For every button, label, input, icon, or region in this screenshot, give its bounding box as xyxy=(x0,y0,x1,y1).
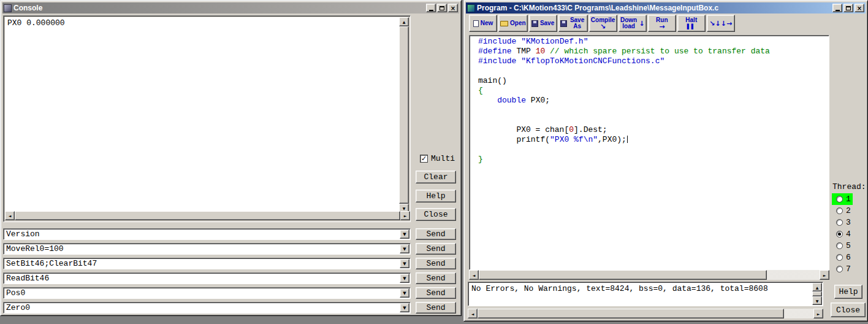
download-button[interactable]: Down load ↓ xyxy=(619,15,647,32)
code-line xyxy=(478,106,829,115)
command-combo[interactable]: MoveRel0=100 ▼ xyxy=(3,243,411,255)
step-arrows-icon: ↘↓↓→ xyxy=(709,20,732,27)
send-button[interactable]: Send xyxy=(416,302,456,314)
send-button[interactable]: Send xyxy=(416,243,456,255)
run-button[interactable]: Run → xyxy=(648,15,676,32)
dropdown-button[interactable]: ▼ xyxy=(400,303,409,312)
program-titlebar[interactable]: Program - C:\KMotion433\C Programs\Leads… xyxy=(466,2,866,14)
program-minimize-button[interactable] xyxy=(832,4,842,12)
scroll-up-icon[interactable]: ▲ xyxy=(812,283,822,291)
save-as-button[interactable]: Save As xyxy=(558,15,588,32)
code-line: double PX0; xyxy=(478,96,829,106)
thread-option-row[interactable]: 1 xyxy=(832,193,853,205)
save-floppy-icon xyxy=(531,20,538,27)
minimize-icon xyxy=(836,10,840,11)
send-button[interactable]: Send xyxy=(416,258,456,269)
new-button[interactable]: New xyxy=(469,15,497,32)
open-button[interactable]: Open xyxy=(498,15,528,32)
code-line: { xyxy=(478,86,829,96)
thread-option-label: 5 xyxy=(846,241,851,250)
scroll-right-icon[interactable]: ► xyxy=(400,211,410,220)
command-combo[interactable]: Zero0 ▼ xyxy=(3,302,411,314)
console-minimize-button[interactable] xyxy=(426,4,436,12)
console-output-area[interactable]: PX0 0.000000 ▲ ▼ ◄ ► xyxy=(3,15,411,222)
thread-option-label: 7 xyxy=(846,264,851,274)
send-button[interactable]: Send xyxy=(416,272,456,284)
dropdown-button[interactable]: ▼ xyxy=(400,244,409,253)
scroll-left-icon[interactable]: ◄ xyxy=(468,309,478,318)
new-button-label: New xyxy=(481,20,493,26)
console-titlebar-close-button[interactable]: × xyxy=(448,4,458,12)
code-line xyxy=(478,145,829,155)
console-close-button[interactable]: Close xyxy=(416,208,456,221)
halt-button[interactable]: Halt ▌▌ xyxy=(677,15,706,32)
program-close-button[interactable]: Close xyxy=(831,303,866,317)
command-row: ReadBit46 ▼ Send xyxy=(3,272,460,284)
compiler-output[interactable]: No Errors, No Warnings, text=8424, bss=0… xyxy=(468,282,823,306)
console-help-button[interactable]: Help xyxy=(416,190,456,202)
scroll-down-icon[interactable]: ▼ xyxy=(812,296,822,305)
thread-option-row[interactable]: 3 xyxy=(832,217,853,228)
multi-checkbox[interactable]: ✓ Multi xyxy=(420,154,455,163)
program-titlebar-close-button[interactable]: × xyxy=(855,4,864,12)
thread-option-row[interactable]: 4 xyxy=(832,228,853,240)
scrollbar-track[interactable] xyxy=(399,26,409,204)
program-bottom-hscrollbar[interactable]: ◄ ► xyxy=(468,309,823,318)
scrollbar-thumb[interactable] xyxy=(399,26,409,204)
command-combo-value: SetBit46;ClearBit47 xyxy=(6,260,97,268)
thread-option-row[interactable]: 2 xyxy=(832,205,853,217)
scrollbar-thumb[interactable] xyxy=(478,309,784,318)
scrollbar-thumb[interactable] xyxy=(812,291,822,296)
thread-panel-label: Thread: xyxy=(832,182,867,191)
compiler-status-text: No Errors, No Warnings, text=8424, bss=0… xyxy=(471,284,768,293)
command-combo[interactable]: Version ▼ xyxy=(3,228,411,240)
save-button[interactable]: Save xyxy=(529,15,557,32)
compiler-output-vscrollbar[interactable]: ▲ ▼ xyxy=(812,283,822,305)
console-app-icon xyxy=(4,4,12,12)
thread-option-label: 6 xyxy=(846,253,851,262)
scroll-right-icon[interactable]: ► xyxy=(813,309,823,318)
desktop: Console × PX0 0.000000 ▲ ▼ ◄ ► ✓ Multi xyxy=(0,0,868,324)
compile-button[interactable]: Compile ↘ xyxy=(589,15,617,32)
compile-button-label: Compile xyxy=(591,17,615,23)
single-step-button[interactable]: ↘↓↓→ xyxy=(707,15,735,32)
scrollbar-track[interactable] xyxy=(479,270,820,280)
scrollbar-thumb[interactable] xyxy=(15,211,400,220)
thread-option-row[interactable]: 7 xyxy=(832,263,853,275)
code-editor[interactable]: #include "KMotionDef.h"#define TMP 10 //… xyxy=(469,35,829,270)
thread-option-row[interactable]: 5 xyxy=(832,240,853,252)
scrollbar-track[interactable] xyxy=(15,211,400,220)
console-output-vscrollbar[interactable]: ▲ ▼ xyxy=(399,17,409,213)
radio-icon xyxy=(836,196,843,202)
scroll-right-icon[interactable]: ► xyxy=(820,270,829,280)
program-help-button[interactable]: Help xyxy=(834,285,862,299)
thread-option-row[interactable]: 6 xyxy=(832,252,853,263)
clear-button[interactable]: Clear xyxy=(416,171,456,183)
radio-icon xyxy=(836,266,843,272)
send-button[interactable]: Send xyxy=(416,287,456,299)
command-row: Version ▼ Send xyxy=(3,228,460,240)
dropdown-button[interactable]: ▼ xyxy=(400,288,409,298)
scroll-left-icon[interactable]: ◄ xyxy=(469,270,479,280)
send-button[interactable]: Send xyxy=(416,228,456,240)
scrollbar-thumb[interactable] xyxy=(479,270,767,280)
dropdown-button[interactable]: ▼ xyxy=(400,230,409,239)
console-maximize-button[interactable] xyxy=(437,4,447,12)
code-editor-hscrollbar[interactable]: ◄ ► xyxy=(469,270,829,280)
program-maximize-button[interactable] xyxy=(843,4,853,12)
dropdown-button[interactable]: ▼ xyxy=(400,274,409,283)
command-combo[interactable]: SetBit46;ClearBit47 ▼ xyxy=(3,258,411,269)
command-combo[interactable]: Pos0 ▼ xyxy=(3,287,411,299)
console-titlebar[interactable]: Console × xyxy=(2,2,459,14)
scrollbar-track[interactable] xyxy=(478,309,813,318)
run-button-label: Run xyxy=(656,17,668,23)
command-row: SetBit46;ClearBit47 ▼ Send xyxy=(3,258,460,269)
scroll-up-icon[interactable]: ▲ xyxy=(399,17,409,26)
command-combo[interactable]: ReadBit46 ▼ xyxy=(3,272,411,284)
scroll-left-icon[interactable]: ◄ xyxy=(5,211,15,220)
console-output-hscrollbar[interactable]: ◄ ► xyxy=(5,211,410,220)
scrollbar-track[interactable] xyxy=(812,291,822,296)
thread-option-label: 3 xyxy=(846,218,851,227)
code-line: main() xyxy=(478,76,829,86)
dropdown-button[interactable]: ▼ xyxy=(400,259,409,268)
